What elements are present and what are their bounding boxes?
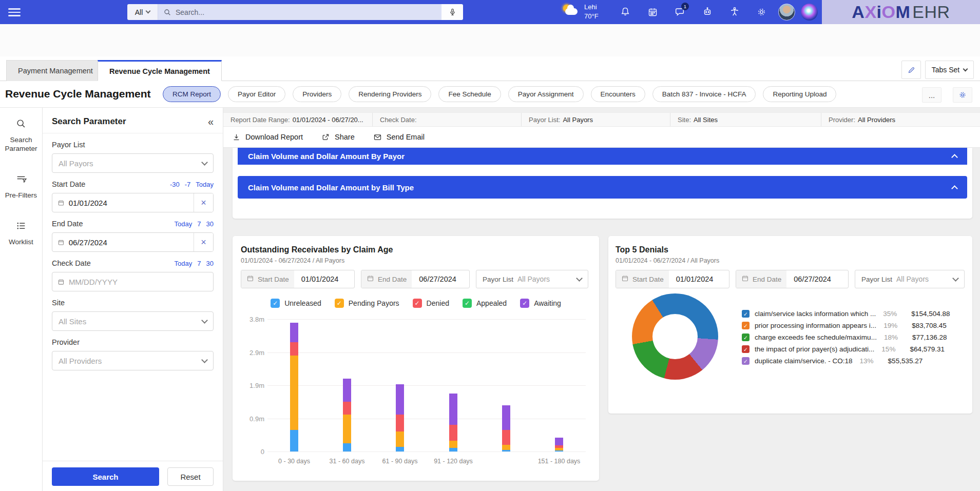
hamburger-menu-icon[interactable] (8, 6, 22, 17)
tabs-set-dropdown[interactable]: Tabs Set (925, 61, 974, 79)
legend-item-denied[interactable]: ✓Denied (413, 299, 449, 308)
start-date-filter[interactable]: Start Date01/01/2024 (241, 270, 355, 288)
pill-reporting-upload[interactable]: Reporting Upload (763, 86, 836, 102)
bar-segment-pending-payors[interactable] (449, 441, 457, 448)
end-date-input[interactable] (69, 238, 188, 247)
bar-segment-unreleased[interactable] (396, 447, 404, 451)
denial-checkbox[interactable]: ✓ (742, 345, 750, 353)
bar-segment-denied[interactable] (502, 430, 510, 445)
payor-list-filter[interactable]: Payor ListAll Payors (476, 270, 588, 288)
bar-segment-unreleased[interactable] (502, 450, 510, 451)
bar-segment-unreleased[interactable] (343, 443, 351, 451)
bot-icon[interactable] (701, 5, 714, 18)
search-scope-dropdown[interactable]: All (127, 4, 158, 20)
chat-icon[interactable]: 1 (673, 5, 686, 18)
quick-date-link[interactable]: Today (196, 181, 214, 188)
module-settings-button[interactable] (953, 87, 972, 103)
denial-row[interactable]: ✓the impact of prior payer(s) adjudicati… (742, 345, 950, 353)
stacked-bar-unlabeled[interactable] (502, 405, 510, 451)
search-box[interactable] (158, 4, 441, 20)
denial-checkbox[interactable]: ✓ (742, 333, 750, 341)
start-date-filter[interactable]: Start Date01/01/2024 (616, 270, 729, 288)
section-header-claim-volume-and-dollar-amount-by-bill-t[interactable]: Claim Volume and Dollar Amount by Bill T… (238, 176, 967, 199)
bar-segment-unreleased[interactable] (449, 448, 457, 451)
legend-checkbox[interactable]: ✓ (463, 299, 472, 308)
legend-item-unreleased[interactable]: ✓Unreleased (271, 299, 321, 308)
pill-payor-editor[interactable]: Payor Editor (228, 86, 285, 102)
chevron-up-icon[interactable] (951, 154, 958, 161)
bar-segment-awaiting[interactable] (449, 394, 457, 425)
end-date-filter[interactable]: End Date06/27/2024 (361, 270, 470, 288)
send-email-button[interactable]: Send Email (373, 133, 425, 142)
quick-date-link[interactable]: 7 (197, 220, 201, 228)
bar-segment-awaiting[interactable] (343, 379, 351, 402)
stacked-bar-31 - 60 days[interactable] (343, 379, 351, 451)
check-date-input[interactable] (69, 278, 208, 286)
search-button[interactable]: Search (52, 467, 159, 486)
clear-start-date-button[interactable]: × (194, 193, 213, 212)
collapse-panel-icon[interactable]: « (208, 117, 214, 126)
legend-item-awaiting[interactable]: ✓Awaiting (520, 299, 561, 308)
bar-segment-denied[interactable] (449, 425, 457, 441)
workspace-tab-revenue-cycle-management[interactable]: Revenue Cycle Management (98, 60, 222, 81)
legend-item-pending-payors[interactable]: ✓Pending Payors (335, 299, 399, 308)
bar-segment-pending-payors[interactable] (502, 445, 510, 450)
legend-checkbox[interactable]: ✓ (335, 299, 344, 308)
legend-item-appealed[interactable]: ✓Appealed (463, 299, 507, 308)
assistant-orb-icon[interactable] (801, 4, 818, 21)
bar-segment-denied[interactable] (396, 415, 404, 431)
accessibility-icon[interactable] (728, 5, 741, 18)
quick-date-link[interactable]: 30 (206, 220, 214, 228)
calendar-icon[interactable] (646, 5, 659, 18)
bar-segment-denied[interactable] (290, 342, 298, 356)
user-avatar[interactable] (778, 4, 795, 21)
share-button[interactable]: Share (321, 133, 355, 142)
section-header-claim-volume-and-dollar-amount-by-payor[interactable]: Claim Volume and Dollar Amount By Payor (238, 148, 967, 165)
legend-checkbox[interactable]: ✓ (413, 299, 422, 308)
denials-donut-chart[interactable] (632, 293, 718, 380)
weather-icon[interactable] (562, 3, 580, 21)
provider-select[interactable]: All Providers (52, 351, 214, 370)
bar-segment-unreleased[interactable] (555, 450, 563, 451)
quick-date-link[interactable]: -30 (170, 181, 180, 188)
bar-segment-denied[interactable] (343, 402, 351, 415)
bar-segment-awaiting[interactable] (502, 405, 510, 430)
bar-segment-awaiting[interactable] (396, 384, 404, 415)
denial-checkbox[interactable]: ✓ (742, 322, 750, 329)
denial-checkbox[interactable]: ✓ (742, 310, 750, 318)
start-date-input[interactable] (69, 199, 188, 207)
pill-rendering-providers[interactable]: Rendering Providers (349, 86, 431, 102)
edit-tabs-button[interactable] (901, 61, 921, 79)
bar-segment-unreleased[interactable] (290, 430, 298, 451)
denial-row[interactable]: ✓duplicate claim/service. - CO:1813%$55,… (742, 357, 950, 365)
legend-checkbox[interactable]: ✓ (271, 299, 280, 308)
denial-row[interactable]: ✓prior processing information appears i.… (742, 322, 950, 329)
pill-fee-schedule[interactable]: Fee Schedule (438, 86, 501, 102)
quick-date-link[interactable]: 7 (197, 260, 201, 267)
quick-date-link[interactable]: -7 (185, 181, 191, 188)
stacked-bar-0 - 30 days[interactable] (290, 323, 298, 451)
stacked-bar-61 - 90 days[interactable] (396, 384, 404, 451)
notifications-bell-icon[interactable] (619, 5, 632, 18)
denial-checkbox[interactable]: ✓ (742, 357, 750, 365)
payor-list-select[interactable]: All Payors (52, 153, 214, 173)
rail-item-search-parameter[interactable]: Search Parameter (0, 108, 42, 163)
bar-segment-awaiting[interactable] (555, 438, 563, 445)
denial-row[interactable]: ✓claim/service lacks information which .… (742, 310, 950, 318)
microphone-icon[interactable] (441, 4, 463, 20)
stacked-bar-151 - 180 days[interactable] (555, 438, 563, 451)
workspace-tab-payment-management[interactable]: Payment Management (6, 60, 105, 81)
site-select[interactable]: All Sites (52, 311, 214, 331)
reset-button[interactable]: Reset (167, 467, 214, 486)
stacked-bar-91 - 120 days[interactable] (449, 394, 457, 451)
rail-item-worklist[interactable]: Worklist (0, 210, 42, 257)
pill-batch-837-invoice-hcfa[interactable]: Batch 837 - Invoice - HCFA (652, 86, 756, 102)
chevron-up-icon[interactable] (951, 185, 958, 192)
bar-segment-awaiting[interactable] (290, 323, 298, 342)
more-options-button[interactable]: ... (922, 87, 941, 103)
pill-rcm-report[interactable]: RCM Report (163, 86, 221, 102)
pill-providers[interactable]: Providers (293, 86, 341, 102)
bar-segment-pending-payors[interactable] (396, 431, 404, 447)
quick-date-link[interactable]: Today (175, 260, 193, 267)
quick-date-link[interactable]: Today (175, 220, 193, 228)
